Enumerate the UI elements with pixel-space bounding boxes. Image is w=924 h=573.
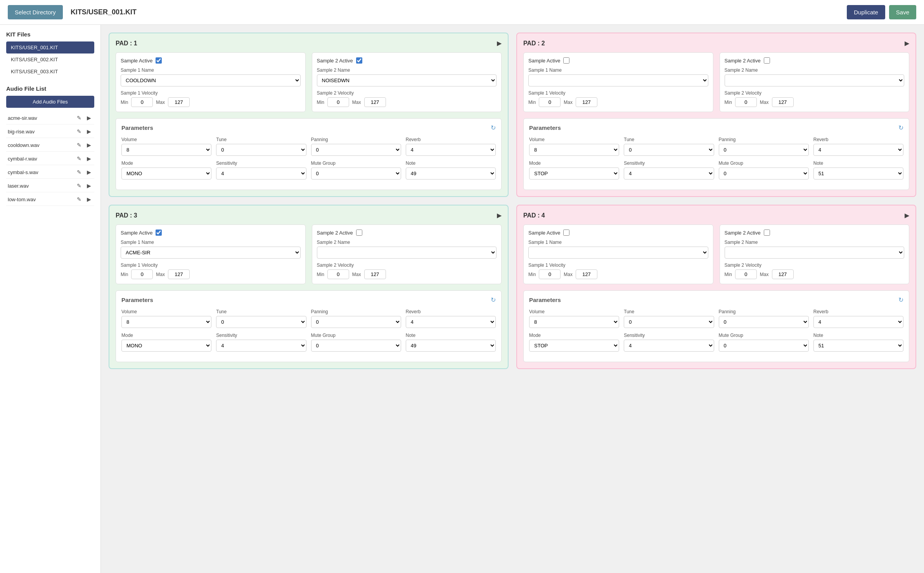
save-button[interactable]: Save — [889, 5, 916, 19]
pad4-sample2-vel-min-input[interactable] — [735, 269, 757, 279]
pad4-sample2-active-checkbox[interactable] — [764, 230, 770, 236]
pad4-sample1-vel-max-input[interactable] — [576, 269, 597, 279]
pad3-sample2-vel-min-input[interactable] — [327, 269, 349, 279]
pad2-reverb-param-select[interactable]: 4 — [813, 144, 903, 156]
pad4-sample1-vel-min-input[interactable] — [539, 269, 561, 279]
pad1-sample1-vel-max-input[interactable] — [168, 97, 190, 107]
pad2-sample1-vel-max-input[interactable] — [576, 97, 597, 107]
kit-file-item[interactable]: KITS/USER_001.KIT — [6, 41, 94, 54]
pad4-tune-param-select[interactable]: 0 — [624, 316, 714, 328]
pad3-mute-group-param-select[interactable]: 0 — [311, 340, 401, 352]
pad2-sample1-vel-min-input[interactable] — [539, 97, 561, 107]
play-audio-button[interactable]: ▶ — [85, 195, 93, 203]
pad2-sample2-active-checkbox[interactable] — [764, 57, 770, 64]
pad3-mode-param-select[interactable]: MONO — [121, 340, 211, 352]
pad2-tune-param-select[interactable]: 0 — [624, 144, 714, 156]
edit-audio-button[interactable]: ✎ — [75, 141, 83, 149]
pad3-sensitivity-param-select[interactable]: 4 — [216, 340, 306, 352]
pad-play-button-2[interactable]: ▶ — [905, 40, 909, 47]
pad3-sample1-vel-max-input[interactable] — [168, 269, 190, 279]
pad1-sample1-active-checkbox[interactable] — [156, 57, 162, 64]
params-reset-button-1[interactable]: ↻ — [491, 124, 496, 131]
edit-audio-button[interactable]: ✎ — [75, 155, 83, 162]
params-reset-button-3[interactable]: ↻ — [491, 296, 496, 304]
edit-audio-button[interactable]: ✎ — [75, 182, 83, 190]
pad3-sample2-active-checkbox[interactable] — [356, 230, 362, 236]
select-directory-button[interactable]: Select Directory — [8, 5, 63, 19]
pad4-sample1-name-select[interactable] — [528, 247, 708, 259]
params-reset-button-2[interactable]: ↻ — [898, 124, 903, 131]
edit-audio-button[interactable]: ✎ — [75, 114, 83, 122]
pad3-note-param-select[interactable]: 49 — [406, 340, 496, 352]
pad-play-button-4[interactable]: ▶ — [905, 212, 909, 219]
pad1-sensitivity-param-select[interactable]: 4 — [216, 167, 306, 179]
pad4-sample2-name-select[interactable] — [725, 247, 905, 259]
edit-audio-button[interactable]: ✎ — [75, 195, 83, 203]
play-audio-button[interactable]: ▶ — [85, 114, 93, 122]
pad2-sample2-vel-max-input[interactable] — [772, 97, 794, 107]
params-reset-button-4[interactable]: ↻ — [898, 296, 903, 304]
pad4-sensitivity-param-select[interactable]: 4 — [624, 340, 714, 352]
edit-audio-button[interactable]: ✎ — [75, 168, 83, 176]
pad2-panning-param-select[interactable]: 0 — [719, 144, 809, 156]
play-audio-button[interactable]: ▶ — [85, 182, 93, 190]
pad1-note-param-select[interactable]: 49 — [406, 167, 496, 179]
kit-file-item[interactable]: KITS/USER_003.KIT — [6, 66, 94, 78]
pad1-sample2-vel-max-input[interactable] — [364, 97, 386, 107]
pad3-volume-param-select[interactable]: 8 — [121, 316, 211, 328]
pad3-sample1-name-select[interactable]: ACME-SIR — [121, 247, 301, 259]
pad2-sample2-name-select[interactable] — [725, 74, 905, 86]
pad1-volume-param-select[interactable]: 8 — [121, 144, 211, 156]
pad3-tune-param-select[interactable]: 0 — [216, 316, 306, 328]
params-grid1-1: Volume8Tune0Panning0Reverb4 — [121, 137, 496, 156]
pad-play-button-3[interactable]: ▶ — [497, 212, 502, 219]
pad3-sample2-name-select[interactable] — [317, 247, 497, 259]
pad3-tune-param-label: Tune — [216, 309, 306, 314]
pad1-sample1-vel-min-input[interactable] — [131, 97, 153, 107]
pad2-panning-param-label: Panning — [719, 137, 809, 142]
play-audio-button[interactable]: ▶ — [85, 168, 93, 176]
pad4-mute-group-param-select[interactable]: 0 — [719, 340, 809, 352]
pad2-sensitivity-param-select[interactable]: 4 — [624, 167, 714, 179]
duplicate-button[interactable]: Duplicate — [847, 5, 885, 19]
pad2-sample2-vel-min-input[interactable] — [735, 97, 757, 107]
pad1-sample2-vel-min-input[interactable] — [327, 97, 349, 107]
pad1-sample1-name-select[interactable]: COOLDOWN — [121, 74, 301, 86]
pad1-reverb-param-select[interactable]: 4 — [406, 144, 496, 156]
pad3-reverb-param-select[interactable]: 4 — [406, 316, 496, 328]
pad2-sample1-velocity-row: MinMax — [528, 97, 708, 107]
pad1-mute-group-param-select[interactable]: 0 — [311, 167, 401, 179]
play-audio-button[interactable]: ▶ — [85, 155, 93, 162]
edit-audio-button[interactable]: ✎ — [75, 128, 83, 135]
pad2-mode-param-select[interactable]: STOP — [529, 167, 619, 179]
pad4-reverb-param-select[interactable]: 4 — [813, 316, 903, 328]
pad3-panning-param-select[interactable]: 0 — [311, 316, 401, 328]
pad3-sample1-active-checkbox[interactable] — [156, 230, 162, 236]
pad1-sample2-name-select[interactable]: NOISEDWN — [317, 74, 497, 86]
pad1-mode-param-select[interactable]: MONO — [121, 167, 211, 179]
audio-file-name: cymbal-s.wav — [8, 169, 75, 175]
kit-file-item[interactable]: KITS/USER_002.KIT — [6, 54, 94, 66]
add-audio-button[interactable]: Add Audio Files — [6, 96, 94, 108]
pad2-volume-param-item: Volume8 — [529, 137, 619, 156]
pad2-note-param-select[interactable]: 51 — [813, 167, 903, 179]
pad3-sample1-vel-min-input[interactable] — [131, 269, 153, 279]
pad3-sample2-vel-max-input[interactable] — [364, 269, 386, 279]
pad2-sample1-name-select[interactable] — [528, 74, 708, 86]
pad2-mute-group-param-select[interactable]: 0 — [719, 167, 809, 179]
pad3-sample1-active-label: Sample Active — [121, 230, 152, 236]
pad4-volume-param-select[interactable]: 8 — [529, 316, 619, 328]
play-audio-button[interactable]: ▶ — [85, 141, 93, 149]
pad4-note-param-select[interactable]: 51 — [813, 340, 903, 352]
pad1-tune-param-select[interactable]: 0 — [216, 144, 306, 156]
play-audio-button[interactable]: ▶ — [85, 128, 93, 135]
pad1-sample2-active-checkbox[interactable] — [356, 57, 362, 64]
pad4-mode-param-select[interactable]: STOP — [529, 340, 619, 352]
pad4-panning-param-select[interactable]: 0 — [719, 316, 809, 328]
pad4-sample1-active-checkbox[interactable] — [563, 230, 569, 236]
pad-play-button-1[interactable]: ▶ — [497, 40, 502, 47]
pad2-volume-param-select[interactable]: 8 — [529, 144, 619, 156]
pad1-panning-param-select[interactable]: 0 — [311, 144, 401, 156]
pad2-sample1-active-checkbox[interactable] — [563, 57, 569, 64]
pad4-sample2-vel-max-input[interactable] — [772, 269, 794, 279]
